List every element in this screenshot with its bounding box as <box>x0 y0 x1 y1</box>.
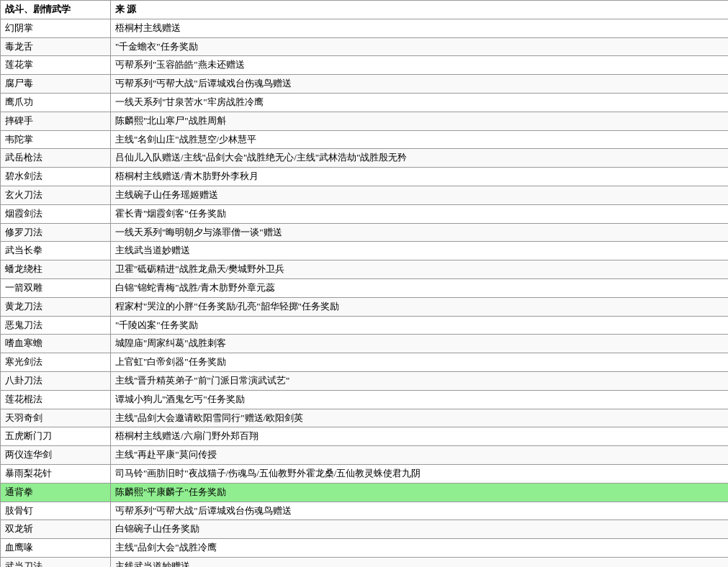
skill-source: 梧桐村主线赠送/青木肪野外李秋月 <box>111 168 729 186</box>
skill-source: 丐帮系列"丐帮大战"后谭城戏台伤魂鸟赠送 <box>111 502 729 520</box>
skill-name: 武岳枪法 <box>1 149 111 168</box>
skill-source: 主线"品剑大会"战胜冷鹰 <box>111 539 729 558</box>
skill-source: 司马铃"画肪旧时"夜战猫子/伤魂鸟/五仙教野外霍龙桑/五仙教灵蛛使君九阴 <box>111 464 729 483</box>
skill-source: 霍长青"烟霞剑客"任务奖励 <box>111 204 729 223</box>
skill-name: 一箭双雕 <box>1 278 111 297</box>
skill-source: 陈麟熙"平康麟子"任务奖励 <box>111 483 729 502</box>
skill-name: 黄龙刀法 <box>1 297 111 316</box>
skill-name: 寒光剑法 <box>1 353 111 372</box>
table-row: 天羽奇剑主线"品剑大会邀请欧阳雪同行"赠送/欧阳剑英 <box>1 409 729 427</box>
table-row: 武当刀法主线武当道妙赠送 <box>1 557 729 567</box>
table-row: 腐尸毒丐帮系列"丐帮大战"后谭城戏台伤魂鸟赠送 <box>1 75 729 94</box>
table-row: 通背拳陈麟熙"平康麟子"任务奖励 <box>1 483 729 502</box>
table-row: 韦陀掌主线"名剑山庄"战胜慧空/少林慧平 <box>1 130 729 149</box>
skill-source: 白锦碗子山任务奖励 <box>111 520 729 539</box>
skill-source: 上官虹"白帝剑器"任务奖励 <box>111 353 729 372</box>
table-row: 修罗刀法一线天系列"晦明朝夕与涤罪僧一谈"赠送 <box>1 223 729 242</box>
skill-name: 摔碑手 <box>1 112 111 130</box>
table-row: 烟霞剑法霍长青"烟霞剑客"任务奖励 <box>1 204 729 223</box>
header-source: 来 源 <box>111 1 729 19</box>
skill-name: 双龙斩 <box>1 520 111 539</box>
table-header-row: 战斗、剧情武学 来 源 <box>1 1 729 19</box>
table-row: 武岳枪法吕仙儿入队赠送/主线"品剑大会"战胜绝无心/主线"武林浩劫"战胜殷无矜 <box>1 149 729 168</box>
table-row: 暴雨梨花针司马铃"画肪旧时"夜战猫子/伤魂鸟/五仙教野外霍龙桑/五仙教灵蛛使君九… <box>1 464 729 483</box>
skill-source: 谭城小狗儿"酒鬼乞丐"任务奖励 <box>111 390 729 409</box>
skill-name: 两仪连华剑 <box>1 446 111 465</box>
skill-name: 五虎断门刀 <box>1 427 111 446</box>
table-row: 肢骨钉丐帮系列"丐帮大战"后谭城戏台伤魂鸟赠送 <box>1 502 729 520</box>
skill-name: 暴雨梨花针 <box>1 464 111 483</box>
skill-name: 恶鬼刀法 <box>1 316 111 335</box>
table-row: 一箭双雕白锦"锦蛇青梅"战胜/青木肪野外章元蕊 <box>1 278 729 297</box>
table-row: 武当长拳主线武当道妙赠送 <box>1 242 729 260</box>
skill-source: 主线"名剑山庄"战胜慧空/少林慧平 <box>111 130 729 149</box>
skill-source: 主线武当道妙赠送 <box>111 557 729 567</box>
skill-name: 碧水剑法 <box>1 168 111 186</box>
header-skill: 战斗、剧情武学 <box>1 1 111 19</box>
table-row: 血鹰喙主线"品剑大会"战胜冷鹰 <box>1 539 729 558</box>
skill-name: 烟霞剑法 <box>1 204 111 223</box>
skill-source: "千金蟾衣"任务奖励 <box>111 37 729 56</box>
skill-source: 梧桐村主线赠送 <box>111 19 729 37</box>
table-row: 两仪连华剑主线"再赴平康"莫问传授 <box>1 446 729 465</box>
table-row: 恶鬼刀法"千陵凶案"任务奖励 <box>1 316 729 335</box>
skill-name: 玄火刀法 <box>1 186 111 204</box>
skill-source: 主线碗子山任务瑶姬赠送 <box>111 186 729 204</box>
skill-name: 武当长拳 <box>1 242 111 260</box>
table-row: 鹰爪功一线天系列"甘泉苦水"牢房战胜冷鹰 <box>1 93 729 112</box>
skill-source: 城隍庙"周家纠葛"战胜刺客 <box>111 335 729 353</box>
skill-source: 一线天系列"甘泉苦水"牢房战胜冷鹰 <box>111 93 729 112</box>
skill-name: 血鹰喙 <box>1 539 111 558</box>
table-row: 双龙斩白锦碗子山任务奖励 <box>1 520 729 539</box>
skill-name: 腐尸毒 <box>1 75 111 94</box>
table-row: 蟠龙绕柱卫霍"砥砺精进"战胜龙鼎天/樊城野外卫兵 <box>1 260 729 279</box>
skill-name: 蟠龙绕柱 <box>1 260 111 279</box>
skills-table: 战斗、剧情武学 来 源 幻阴掌梧桐村主线赠送毒龙舌"千金蟾衣"任务奖励莲花掌丐帮… <box>0 0 728 567</box>
skill-name: 通背拳 <box>1 483 111 502</box>
skill-name: 八卦刀法 <box>1 371 111 390</box>
skill-name: 肢骨钉 <box>1 502 111 520</box>
table-row: 嗜血寒蟾城隍庙"周家纠葛"战胜刺客 <box>1 335 729 353</box>
table-row: 毒龙舌"千金蟾衣"任务奖励 <box>1 37 729 56</box>
skill-source: 陈麟熙"北山寒尸"战胜周斛 <box>111 112 729 130</box>
skill-name: 鹰爪功 <box>1 93 111 112</box>
skill-source: "千陵凶案"任务奖励 <box>111 316 729 335</box>
table-row: 黄龙刀法程家村"哭泣的小胖"任务奖励/孔亮"韶华轻掷"任务奖励 <box>1 297 729 316</box>
skill-source: 吕仙儿入队赠送/主线"品剑大会"战胜绝无心/主线"武林浩劫"战胜殷无矜 <box>111 149 729 168</box>
table-row: 碧水剑法梧桐村主线赠送/青木肪野外李秋月 <box>1 168 729 186</box>
skill-source: 程家村"哭泣的小胖"任务奖励/孔亮"韶华轻掷"任务奖励 <box>111 297 729 316</box>
table-row: 幻阴掌梧桐村主线赠送 <box>1 19 729 37</box>
table-row: 玄火刀法主线碗子山任务瑶姬赠送 <box>1 186 729 204</box>
skill-name: 莲花棍法 <box>1 390 111 409</box>
skill-source: 白锦"锦蛇青梅"战胜/青木肪野外章元蕊 <box>111 278 729 297</box>
skill-source: 卫霍"砥砺精进"战胜龙鼎天/樊城野外卫兵 <box>111 260 729 279</box>
table-row: 莲花棍法谭城小狗儿"酒鬼乞丐"任务奖励 <box>1 390 729 409</box>
skill-name: 幻阴掌 <box>1 19 111 37</box>
table-row: 摔碑手陈麟熙"北山寒尸"战胜周斛 <box>1 112 729 130</box>
skill-name: 天羽奇剑 <box>1 409 111 427</box>
skill-source: 主线"品剑大会邀请欧阳雪同行"赠送/欧阳剑英 <box>111 409 729 427</box>
table-row: 寒光剑法上官虹"白帝剑器"任务奖励 <box>1 353 729 372</box>
skill-name: 莲花掌 <box>1 56 111 75</box>
table-row: 莲花掌丐帮系列"玉容皓皓"燕未还赠送 <box>1 56 729 75</box>
skill-source: 主线"晋升精英弟子"前"门派日常演武试艺" <box>111 371 729 390</box>
skill-source: 一线天系列"晦明朝夕与涤罪僧一谈"赠送 <box>111 223 729 242</box>
table-row: 八卦刀法主线"晋升精英弟子"前"门派日常演武试艺" <box>1 371 729 390</box>
skill-source: 丐帮系列"丐帮大战"后谭城戏台伤魂鸟赠送 <box>111 75 729 94</box>
skill-name: 嗜血寒蟾 <box>1 335 111 353</box>
skill-name: 韦陀掌 <box>1 130 111 149</box>
skill-source: 丐帮系列"玉容皓皓"燕未还赠送 <box>111 56 729 75</box>
skill-name: 毒龙舌 <box>1 37 111 56</box>
skill-source: 主线武当道妙赠送 <box>111 242 729 260</box>
skill-source: 主线"再赴平康"莫问传授 <box>111 446 729 465</box>
skill-source: 梧桐村主线赠送/六扇门野外郑百翔 <box>111 427 729 446</box>
skill-name: 修罗刀法 <box>1 223 111 242</box>
skill-name: 武当刀法 <box>1 557 111 567</box>
table-row: 五虎断门刀梧桐村主线赠送/六扇门野外郑百翔 <box>1 427 729 446</box>
main-container: 战斗、剧情武学 来 源 幻阴掌梧桐村主线赠送毒龙舌"千金蟾衣"任务奖励莲花掌丐帮… <box>0 0 728 567</box>
